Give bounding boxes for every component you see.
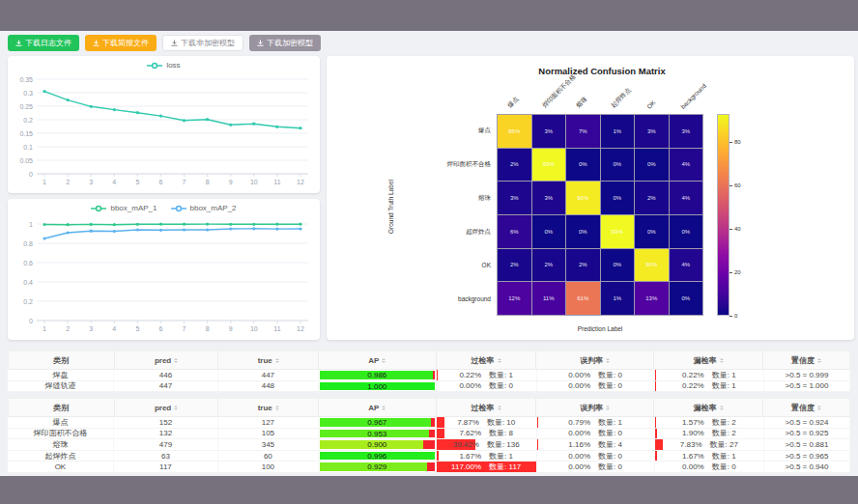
cell-label: OK bbox=[8, 462, 114, 472]
rate-value: 0.00% bbox=[682, 462, 704, 471]
legend-item-loss[interactable]: loss bbox=[147, 61, 180, 70]
confusion-cell-0-2: 7% bbox=[566, 115, 600, 148]
data-point bbox=[113, 223, 116, 226]
column-header-ap[interactable]: AP bbox=[319, 351, 437, 369]
cell-mis: 0.00%数量: 0 bbox=[537, 370, 655, 380]
data-point bbox=[136, 228, 139, 231]
sort-caret-icon[interactable] bbox=[817, 356, 821, 365]
cell-text: 447 bbox=[262, 371, 274, 379]
table-row: 焊缝轨迹4474481.0000.00%数量: 00.00%数量: 00.22%… bbox=[8, 381, 850, 393]
ap-value: 0.996 bbox=[320, 452, 435, 462]
sort-caret-icon[interactable] bbox=[720, 404, 724, 412]
sort-caret-icon[interactable] bbox=[275, 404, 279, 412]
rate-bar bbox=[655, 381, 657, 392]
data-point bbox=[252, 223, 255, 226]
legend-label: bbox_mAP_2 bbox=[190, 204, 237, 212]
column-header-over[interactable]: 过检率 bbox=[437, 351, 537, 369]
column-header-pred[interactable]: pred bbox=[115, 399, 219, 416]
column-header-over[interactable]: 过检率 bbox=[437, 399, 537, 416]
cell-text: 447 bbox=[159, 381, 172, 390]
cell-mis: 0.00%数量: 0 bbox=[537, 451, 655, 462]
table-header-row: 类别predtrueAP过检率误判率漏检率置信度 bbox=[8, 350, 850, 370]
column-title: AP bbox=[368, 404, 379, 412]
download-button-2[interactable]: 下载非加密模型 bbox=[162, 35, 243, 51]
sort-caret-icon[interactable] bbox=[498, 404, 501, 412]
sort-caret-icon[interactable] bbox=[606, 356, 610, 365]
confusion-cell-5-2: 61% bbox=[566, 282, 600, 315]
colorbar-tick-mark bbox=[729, 142, 732, 143]
confusion-cell-4-3: 0% bbox=[601, 249, 635, 282]
cell-over: 117.00%数量: 117 bbox=[437, 462, 537, 472]
column-header-ap[interactable]: AP bbox=[319, 399, 437, 416]
loss-chart-legend: loss bbox=[8, 61, 320, 70]
series-line-bbox_mAP_1 bbox=[44, 224, 300, 225]
cell-text: 132 bbox=[159, 429, 172, 437]
confusion-cell-1-0: 2% bbox=[498, 149, 531, 182]
rate-value: 0.00% bbox=[568, 429, 590, 437]
x-tick-label: 9 bbox=[229, 179, 233, 185]
column-header-conf[interactable]: 置信度 bbox=[763, 351, 849, 369]
legend-item-bbox_mAP_1[interactable]: bbox_mAP_1 bbox=[91, 204, 157, 212]
column-header-mis[interactable]: 误判率 bbox=[536, 351, 654, 369]
cell-conf: >0.5 = 0.881 bbox=[764, 439, 850, 450]
legend-item-bbox_mAP_2[interactable]: bbox_mAP_2 bbox=[171, 204, 237, 212]
cell-ap: 0.996 bbox=[319, 451, 437, 462]
cell-text: 446 bbox=[159, 371, 172, 379]
confusion-cell-5-3: 1% bbox=[601, 282, 635, 315]
cell-mis: 0.00%数量: 0 bbox=[537, 462, 655, 472]
download-button-1[interactable]: 下载简报文件 bbox=[85, 35, 157, 51]
y-tick-label: 0.05 bbox=[19, 157, 33, 164]
confusion-cell-0-1: 3% bbox=[532, 115, 566, 148]
download-button-3[interactable]: 下载加密模型 bbox=[249, 35, 321, 51]
data-point bbox=[183, 223, 186, 226]
data-point bbox=[275, 228, 278, 231]
legend-label: bbox_mAP_1 bbox=[110, 204, 157, 212]
cell-text: 117 bbox=[159, 462, 172, 471]
x-tick-label: 10 bbox=[250, 179, 258, 185]
x-tick-label: 5 bbox=[135, 179, 139, 185]
sort-caret-icon[interactable] bbox=[498, 356, 501, 365]
sort-caret-icon[interactable] bbox=[174, 404, 178, 412]
col-label-3: 起焊炸点 bbox=[609, 86, 633, 110]
series-line-bbox_mAP_2 bbox=[44, 229, 300, 238]
y-tick-label: 0.1 bbox=[23, 144, 33, 151]
data-point bbox=[229, 223, 232, 226]
rate-value: 7.87% bbox=[457, 418, 479, 427]
column-header-miss[interactable]: 漏检率 bbox=[654, 399, 763, 416]
ap-value: 0.929 bbox=[320, 462, 435, 472]
sort-caret-icon[interactable] bbox=[174, 356, 178, 365]
rate-value: 7.62% bbox=[459, 429, 481, 437]
cell-text: OK bbox=[55, 462, 67, 471]
sort-caret-icon[interactable] bbox=[275, 356, 279, 365]
column-header-true[interactable]: true bbox=[218, 399, 319, 416]
cell-label: 熔珠 bbox=[8, 439, 114, 450]
sort-caret-icon[interactable] bbox=[606, 404, 610, 412]
column-header-conf[interactable]: 置信度 bbox=[763, 399, 849, 416]
column-header-pred[interactable]: pred bbox=[115, 351, 219, 369]
y-tick-label: 0 bbox=[29, 318, 33, 324]
rate-bar bbox=[437, 370, 439, 380]
cell-text: 焊印面积不合格 bbox=[33, 429, 87, 439]
x-tick-label: 1 bbox=[43, 179, 46, 185]
confusion-cell-1-4: 0% bbox=[635, 149, 669, 182]
rate-count: 数量: 1 bbox=[598, 417, 622, 428]
rate-count: 数量: 8 bbox=[489, 429, 513, 439]
data-point bbox=[252, 123, 255, 126]
cell-true: 447 bbox=[218, 370, 319, 380]
sort-caret-icon[interactable] bbox=[382, 404, 386, 412]
cell-label: 焊盘 bbox=[8, 370, 114, 380]
column-header-true[interactable]: true bbox=[218, 351, 319, 369]
sort-caret-icon[interactable] bbox=[720, 356, 724, 365]
confusion-cell-4-2: 2% bbox=[566, 249, 600, 282]
download-icon bbox=[171, 40, 178, 46]
data-point bbox=[252, 227, 255, 230]
confusion-cell-4-1: 2% bbox=[532, 249, 566, 282]
download-button-0[interactable]: 下载日志文件 bbox=[8, 35, 79, 51]
confusion-cell-5-1: 11% bbox=[532, 282, 566, 315]
rate-value: 1.67% bbox=[682, 452, 704, 461]
column-header-miss[interactable]: 漏检率 bbox=[654, 351, 763, 369]
sort-caret-icon[interactable] bbox=[817, 404, 821, 412]
column-header-mis[interactable]: 误判率 bbox=[536, 399, 654, 416]
sort-caret-icon[interactable] bbox=[382, 356, 386, 365]
x-tick-label: 4 bbox=[112, 179, 116, 185]
